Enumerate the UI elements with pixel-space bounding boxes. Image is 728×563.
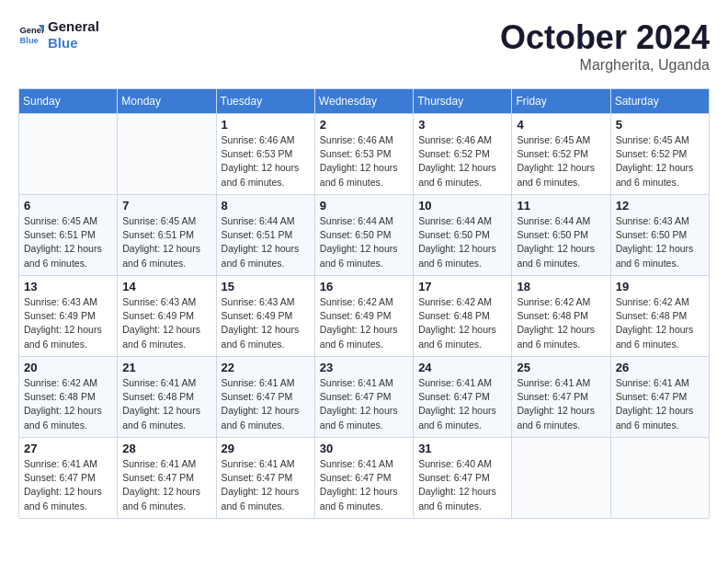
- day-number: 1: [222, 118, 310, 132]
- day-info: Sunrise: 6:41 AM Sunset: 6:47 PM Dayligh…: [122, 457, 210, 513]
- day-info: Sunrise: 6:41 AM Sunset: 6:48 PM Dayligh…: [122, 376, 210, 432]
- calendar-cell: 3Sunrise: 6:46 AM Sunset: 6:52 PM Daylig…: [414, 114, 512, 195]
- day-info: Sunrise: 6:42 AM Sunset: 6:48 PM Dayligh…: [517, 295, 605, 351]
- day-info: Sunrise: 6:41 AM Sunset: 6:47 PM Dayligh…: [320, 457, 408, 513]
- day-number: 6: [24, 199, 112, 213]
- calendar-cell: 17Sunrise: 6:42 AM Sunset: 6:48 PM Dayli…: [414, 276, 512, 357]
- calendar-cell: 7Sunrise: 6:45 AM Sunset: 6:51 PM Daylig…: [118, 195, 216, 276]
- calendar-cell: 24Sunrise: 6:41 AM Sunset: 6:47 PM Dayli…: [414, 357, 512, 438]
- location-title: Margherita, Uganda: [500, 57, 710, 74]
- calendar-cell: [610, 438, 709, 519]
- calendar-cell: 6Sunrise: 6:45 AM Sunset: 6:51 PM Daylig…: [19, 195, 118, 276]
- calendar-cell: 12Sunrise: 6:43 AM Sunset: 6:50 PM Dayli…: [610, 195, 709, 276]
- day-info: Sunrise: 6:42 AM Sunset: 6:48 PM Dayligh…: [24, 376, 112, 432]
- day-info: Sunrise: 6:45 AM Sunset: 6:52 PM Dayligh…: [616, 133, 704, 190]
- calendar-week-row: 20Sunrise: 6:42 AM Sunset: 6:48 PM Dayli…: [19, 357, 710, 438]
- day-number: 18: [517, 280, 605, 293]
- calendar-cell: 28Sunrise: 6:41 AM Sunset: 6:47 PM Dayli…: [118, 438, 216, 519]
- calendar-cell: [512, 438, 610, 519]
- day-info: Sunrise: 6:41 AM Sunset: 6:47 PM Dayligh…: [222, 376, 310, 432]
- day-info: Sunrise: 6:45 AM Sunset: 6:52 PM Dayligh…: [517, 133, 605, 190]
- calendar-cell: 26Sunrise: 6:41 AM Sunset: 6:47 PM Dayli…: [610, 357, 709, 438]
- calendar-week-row: 27Sunrise: 6:41 AM Sunset: 6:47 PM Dayli…: [19, 438, 710, 519]
- calendar-cell: 4Sunrise: 6:45 AM Sunset: 6:52 PM Daylig…: [512, 114, 610, 195]
- day-info: Sunrise: 6:43 AM Sunset: 6:49 PM Dayligh…: [24, 295, 112, 351]
- day-info: Sunrise: 6:44 AM Sunset: 6:50 PM Dayligh…: [418, 214, 506, 270]
- calendar-cell: 19Sunrise: 6:42 AM Sunset: 6:48 PM Dayli…: [610, 276, 709, 357]
- calendar-cell: [19, 114, 118, 195]
- day-number: 29: [222, 442, 310, 455]
- day-number: 4: [517, 118, 605, 132]
- day-info: Sunrise: 6:42 AM Sunset: 6:49 PM Dayligh…: [320, 295, 408, 351]
- day-number: 15: [222, 280, 310, 293]
- calendar-cell: 25Sunrise: 6:41 AM Sunset: 6:47 PM Dayli…: [512, 357, 610, 438]
- weekday-header-wednesday: Wednesday: [314, 89, 413, 114]
- weekday-header-sunday: Sunday: [19, 89, 118, 114]
- day-number: 2: [320, 118, 408, 132]
- day-number: 13: [24, 280, 112, 293]
- calendar-cell: 2Sunrise: 6:46 AM Sunset: 6:53 PM Daylig…: [314, 114, 413, 195]
- calendar-cell: [118, 114, 216, 195]
- day-number: 5: [616, 118, 704, 132]
- day-info: Sunrise: 6:43 AM Sunset: 6:49 PM Dayligh…: [222, 295, 310, 351]
- day-info: Sunrise: 6:45 AM Sunset: 6:51 PM Dayligh…: [122, 214, 210, 270]
- day-info: Sunrise: 6:46 AM Sunset: 6:52 PM Dayligh…: [418, 133, 506, 190]
- logo-icon: General Blue: [18, 22, 44, 48]
- day-info: Sunrise: 6:41 AM Sunset: 6:47 PM Dayligh…: [616, 376, 704, 432]
- day-number: 16: [320, 280, 408, 293]
- day-number: 22: [222, 361, 310, 374]
- svg-text:General: General: [20, 26, 44, 35]
- day-number: 20: [24, 361, 112, 374]
- day-number: 7: [122, 199, 210, 213]
- calendar-cell: 20Sunrise: 6:42 AM Sunset: 6:48 PM Dayli…: [19, 357, 118, 438]
- day-info: Sunrise: 6:46 AM Sunset: 6:53 PM Dayligh…: [222, 133, 310, 190]
- day-info: Sunrise: 6:44 AM Sunset: 6:50 PM Dayligh…: [320, 214, 408, 270]
- logo: General Blue General Blue: [18, 18, 99, 52]
- calendar-week-row: 6Sunrise: 6:45 AM Sunset: 6:51 PM Daylig…: [19, 195, 710, 276]
- day-info: Sunrise: 6:43 AM Sunset: 6:49 PM Dayligh…: [122, 295, 210, 351]
- day-number: 26: [616, 361, 704, 374]
- day-number: 23: [320, 361, 408, 374]
- day-info: Sunrise: 6:44 AM Sunset: 6:51 PM Dayligh…: [222, 214, 310, 270]
- day-info: Sunrise: 6:45 AM Sunset: 6:51 PM Dayligh…: [24, 214, 112, 270]
- day-info: Sunrise: 6:41 AM Sunset: 6:47 PM Dayligh…: [24, 457, 112, 513]
- day-info: Sunrise: 6:46 AM Sunset: 6:53 PM Dayligh…: [320, 133, 408, 190]
- day-info: Sunrise: 6:43 AM Sunset: 6:50 PM Dayligh…: [616, 214, 704, 270]
- calendar-cell: 18Sunrise: 6:42 AM Sunset: 6:48 PM Dayli…: [512, 276, 610, 357]
- calendar-cell: 11Sunrise: 6:44 AM Sunset: 6:50 PM Dayli…: [512, 195, 610, 276]
- day-number: 24: [418, 361, 506, 374]
- month-title: October 2024: [500, 18, 710, 57]
- day-info: Sunrise: 6:41 AM Sunset: 6:47 PM Dayligh…: [320, 376, 408, 432]
- calendar-cell: 16Sunrise: 6:42 AM Sunset: 6:49 PM Dayli…: [314, 276, 413, 357]
- calendar-cell: 10Sunrise: 6:44 AM Sunset: 6:50 PM Dayli…: [414, 195, 512, 276]
- day-number: 11: [517, 199, 605, 213]
- day-info: Sunrise: 6:44 AM Sunset: 6:50 PM Dayligh…: [517, 214, 605, 270]
- weekday-header-friday: Friday: [512, 89, 610, 114]
- calendar-cell: 5Sunrise: 6:45 AM Sunset: 6:52 PM Daylig…: [610, 114, 709, 195]
- logo-general: General: [48, 18, 99, 35]
- day-number: 28: [122, 442, 210, 455]
- day-number: 14: [122, 280, 210, 293]
- day-number: 17: [418, 280, 506, 293]
- day-number: 25: [517, 361, 605, 374]
- weekday-header-saturday: Saturday: [610, 89, 709, 114]
- day-number: 30: [320, 442, 408, 455]
- calendar-week-row: 13Sunrise: 6:43 AM Sunset: 6:49 PM Dayli…: [19, 276, 710, 357]
- calendar-cell: 31Sunrise: 6:40 AM Sunset: 6:47 PM Dayli…: [414, 438, 512, 519]
- day-number: 9: [320, 199, 408, 213]
- calendar-cell: 13Sunrise: 6:43 AM Sunset: 6:49 PM Dayli…: [19, 276, 118, 357]
- calendar-cell: 21Sunrise: 6:41 AM Sunset: 6:48 PM Dayli…: [118, 357, 216, 438]
- weekday-header-thursday: Thursday: [414, 89, 512, 114]
- weekday-header-row: SundayMondayTuesdayWednesdayThursdayFrid…: [19, 89, 710, 114]
- calendar-cell: 22Sunrise: 6:41 AM Sunset: 6:47 PM Dayli…: [216, 357, 314, 438]
- calendar-cell: 8Sunrise: 6:44 AM Sunset: 6:51 PM Daylig…: [216, 195, 314, 276]
- day-number: 8: [222, 199, 310, 213]
- svg-text:Blue: Blue: [20, 36, 39, 45]
- day-number: 12: [616, 199, 704, 213]
- weekday-header-monday: Monday: [118, 89, 216, 114]
- calendar-cell: 29Sunrise: 6:41 AM Sunset: 6:47 PM Dayli…: [216, 438, 314, 519]
- day-number: 10: [418, 199, 506, 213]
- calendar-week-row: 1Sunrise: 6:46 AM Sunset: 6:53 PM Daylig…: [19, 114, 710, 195]
- day-info: Sunrise: 6:41 AM Sunset: 6:47 PM Dayligh…: [222, 457, 310, 513]
- title-section: October 2024 Margherita, Uganda: [500, 18, 710, 74]
